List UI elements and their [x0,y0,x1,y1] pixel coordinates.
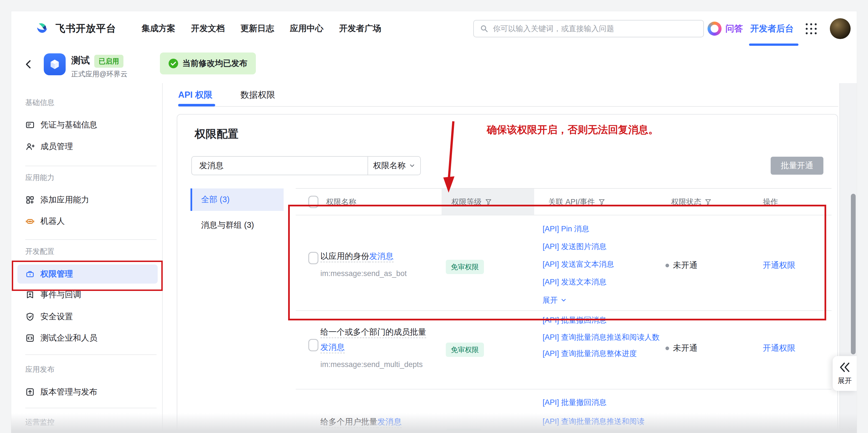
permission-name-link[interactable]: 给多个用户批量发消息 [320,417,402,426]
filter-message-group[interactable]: 消息与群组 (3) [190,214,284,236]
app-cube-icon [44,53,66,75]
search-field-select[interactable]: 权限名称 [368,157,420,175]
status-dot-icon [665,347,669,350]
permission-search-input[interactable] [192,161,368,171]
sidebar-divider [25,354,157,355]
annotation-text: 确保该权限开启，否则无法回复消息。 [487,123,658,137]
filter-funnel-icon [705,199,711,205]
filter-label: 全部 (3) [201,194,230,205]
sidebar-item-bot[interactable]: 机器人 [18,212,158,231]
user-avatar[interactable] [830,18,850,39]
global-search[interactable] [473,20,704,37]
logo-text: 飞书开放平台 [56,22,116,35]
sidebar-item-label: 凭证与基础信息 [40,119,97,131]
sidebar-item-label: 测试企业和人员 [40,333,97,344]
bulk-enable-button[interactable]: 批量开通 [771,157,824,175]
scrollbar-thumb[interactable] [851,194,856,354]
filter-all[interactable]: 全部 (3) [190,189,284,211]
sidebar-item-label: 成员管理 [40,141,73,152]
event-callback-icon [25,290,35,299]
search-field-label: 权限名称 [373,160,406,171]
api-link[interactable]: [API] 查询批量消息推送和阅读 [542,416,644,427]
feishu-logo[interactable]: 飞书开放平台 [36,11,116,46]
nav-item-app-center[interactable]: 应用中心 [290,23,323,34]
sidebar-item-test-enterprise[interactable]: 测试企业和人员 [18,328,158,348]
double-chevron-left-icon [839,362,851,373]
screen: 飞书开放平台 集成方案 开发文档 更新日志 应用中心 开发者广场 问答 开发者后… [0,0,868,433]
row-checkbox[interactable] [308,339,318,351]
release-arrow-icon [25,387,35,397]
nav-item-changelog[interactable]: 更新日志 [241,23,274,34]
qa-link[interactable]: 问答 [725,11,743,46]
filter-bar [190,214,192,236]
nav-menu: 集成方案 开发文档 更新日志 应用中心 开发者广场 [142,11,381,46]
feishu-bird-icon [36,21,51,36]
sidebar-item-label: 机器人 [40,216,65,227]
back-button[interactable] [23,57,34,71]
developer-console-link[interactable]: 开发者后台 [750,11,794,46]
expand-panel-button[interactable]: 展开 [833,356,857,391]
sidebar: 基础信息 凭证与基础信息 成员管理 应用能力 [11,83,163,433]
sidebar-item-label: 事件与回调 [40,289,81,300]
sidebar-item-version-release[interactable]: 版本管理与发布 [18,382,158,402]
enable-permission-link[interactable]: 开通权限 [763,343,795,352]
tab-data-permissions[interactable]: 数据权限 [241,83,275,107]
app-enabled-badge: 已启用 [94,55,123,68]
annotation-box-row [288,205,826,320]
sidebar-item-label: 添加应用能力 [40,194,89,206]
api-link[interactable]: [API] 查询批量消息整体进度 [542,348,666,358]
tab-api-permissions[interactable]: API 权限 [178,83,212,107]
add-capability-icon [25,195,35,205]
search-icon [480,24,489,33]
permission-search-group: 权限名称 [191,156,421,175]
sidebar-item-security[interactable]: 安全设置 [18,307,158,326]
active-nav-underline [749,44,799,46]
sidebar-section-monitoring: 运营监控 [25,417,55,427]
code-brackets-icon [25,333,35,343]
robot-icon [25,216,35,226]
permission-scope: im:message:send_multi_depts [320,360,423,369]
filter-funnel-icon [598,199,605,205]
apps-grid-icon[interactable] [806,23,817,34]
nav-item-dev-plaza[interactable]: 开发者广场 [339,23,381,34]
app-name: 测试 [71,54,90,67]
expand-panel-label: 展开 [838,376,852,385]
sidebar-divider [25,166,157,166]
top-nav: 飞书开放平台 集成方案 开发文档 更新日志 应用中心 开发者广场 问答 开发者后… [11,11,857,46]
sidebar-section-dev-config: 开发配置 [25,247,55,256]
tabbar-divider [178,106,838,107]
api-link[interactable]: [API] 批量撤回消息 [542,397,644,407]
sidebar-item-members[interactable]: 成员管理 [18,137,158,156]
sidebar-section-capability: 应用能力 [25,173,55,182]
filter-label: 消息与群组 (3) [201,220,254,231]
sidebar-item-label: 安全设置 [40,311,73,322]
sidebar-section-basic: 基础信息 [25,98,55,108]
permission-name-link[interactable]: 给一个或多个部门的成员批量发消息 [320,327,426,352]
nav-item-solutions[interactable]: 集成方案 [142,23,175,34]
qa-ring-icon[interactable] [708,22,721,36]
annotation-box-sidebar [12,261,163,291]
credential-card-icon [25,120,35,130]
active-tab-indicator [178,104,215,107]
permission-tabbar: API 权限 数据权限 [163,83,857,107]
chevron-down-icon [409,163,415,169]
sidebar-item-add-capability[interactable]: 添加应用能力 [18,191,158,209]
app-type-label: 正式应用@环界云 [71,69,127,79]
level-badge: 免审权限 [446,343,484,357]
nav-item-docs[interactable]: 开发文档 [191,23,225,34]
sidebar-item-credentials[interactable]: 凭证与基础信息 [18,115,158,135]
filter-funnel-icon [485,199,492,205]
check-circle-icon [168,58,179,68]
api-link[interactable]: [API] 查询批量消息推送和阅读人数 [542,331,666,344]
search-input[interactable] [492,24,703,33]
sidebar-divider [25,408,157,408]
sidebar-item-label: 版本管理与发布 [40,386,97,398]
publish-status-text: 当前修改均已发布 [182,58,247,69]
app-header: 测试 已启用 正式应用@环界云 当前修改均已发布 [11,46,857,84]
permission-status: 未开通 [665,343,698,354]
table-row: 给一个或多个部门的成员批量发消息 im:message:send_multi_d… [296,311,832,389]
annotation-arrow-icon [441,118,463,197]
sidebar-section-release: 应用发布 [25,365,55,374]
active-filter-bar [190,189,192,211]
table-row: 给多个用户批量发消息 [API] 批量撤回消息 [API] 查询批量消息推送和阅… [296,389,832,433]
